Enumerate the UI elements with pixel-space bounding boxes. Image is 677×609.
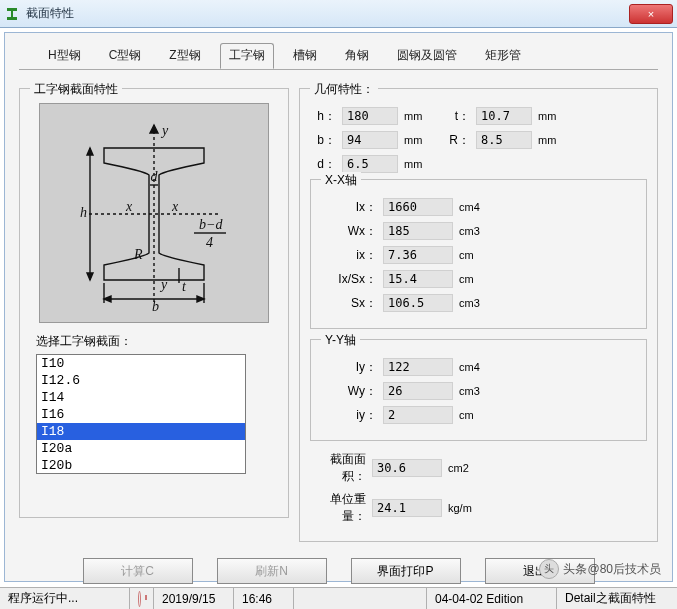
tab-channel[interactable]: 槽钢 <box>284 43 326 69</box>
watermark: 头 头条@80后技术员 <box>539 559 661 579</box>
print-button[interactable]: 界面打印P <box>351 558 461 584</box>
app-icon <box>4 6 20 22</box>
tab-i[interactable]: 工字钢 <box>220 43 274 69</box>
svg-rect-2 <box>7 17 17 20</box>
svg-text:b: b <box>152 299 159 313</box>
unit-weight: kg/m <box>448 502 482 514</box>
select-label: 选择工字钢截面： <box>36 333 278 350</box>
unit-area: cm2 <box>448 462 482 474</box>
list-item[interactable]: I14 <box>37 389 245 406</box>
main-frame: H型钢 C型钢 Z型钢 工字钢 槽钢 角钢 圆钢及圆管 矩形管 工字钢截面特性 <box>4 32 673 582</box>
titlebar: 截面特性 × <box>0 0 677 28</box>
close-icon: × <box>648 8 654 20</box>
value-d: 6.5 <box>342 155 398 173</box>
tab-z[interactable]: Z型钢 <box>160 43 209 69</box>
value-t: 10.7 <box>476 107 532 125</box>
value-ix: 7.36 <box>383 246 453 264</box>
clock-icon <box>138 591 141 607</box>
statusbar: 程序运行中... 2019/9/15 16:46 04-04-02 Editio… <box>0 587 677 609</box>
value-Iy: 122 <box>383 358 453 376</box>
label-area: 截面面积： <box>310 451 366 485</box>
unit-Wx: cm3 <box>459 225 493 237</box>
list-item[interactable]: I20a <box>37 440 245 457</box>
window-title: 截面特性 <box>26 5 74 22</box>
list-item[interactable]: I12.6 <box>37 372 245 389</box>
calc-button[interactable]: 计算C <box>83 558 193 584</box>
svg-text:x: x <box>171 199 179 214</box>
tab-c[interactable]: C型钢 <box>100 43 151 69</box>
svg-text:h: h <box>80 205 87 220</box>
avatar-icon: 头 <box>539 559 559 579</box>
yaxis-title: Y-Y轴 <box>321 332 360 349</box>
value-Sx: 106.5 <box>383 294 453 312</box>
label-d: d： <box>310 156 336 173</box>
unit-b: mm <box>404 134 438 146</box>
label-Wx: Wx： <box>321 223 377 240</box>
status-clock-icon <box>130 588 154 609</box>
unit-Ix: cm4 <box>459 201 493 213</box>
status-date: 2019/9/15 <box>154 588 234 609</box>
close-button[interactable]: × <box>629 4 673 24</box>
svg-text:R: R <box>133 247 143 262</box>
unit-d: mm <box>404 158 438 170</box>
list-item[interactable]: I20b <box>37 457 245 474</box>
label-Iy: Iy： <box>321 359 377 376</box>
unit-t: mm <box>538 110 572 122</box>
label-Ix: Ix： <box>321 199 377 216</box>
geometry-group: 几何特性： h： 180 mm t： 10.7 mm b： 94 mm R： 8… <box>299 88 658 542</box>
unit-Iy: cm4 <box>459 361 493 373</box>
list-item[interactable]: I10 <box>37 355 245 372</box>
list-item[interactable]: I16 <box>37 406 245 423</box>
unit-ix: cm <box>459 249 493 261</box>
list-item[interactable]: I18 <box>37 423 245 440</box>
value-Ix: 1660 <box>383 198 453 216</box>
unit-R: mm <box>538 134 572 146</box>
label-iy: iy： <box>321 407 377 424</box>
tab-angle[interactable]: 角钢 <box>336 43 378 69</box>
label-ix: ix： <box>321 247 377 264</box>
value-Wx: 185 <box>383 222 453 240</box>
tab-rect[interactable]: 矩形管 <box>476 43 530 69</box>
xaxis-title: X-X轴 <box>321 172 361 189</box>
svg-text:x: x <box>125 199 133 214</box>
tab-strip: H型钢 C型钢 Z型钢 工字钢 槽钢 角钢 圆钢及圆管 矩形管 <box>5 33 672 69</box>
watermark-text: 头条@80后技术员 <box>563 561 661 578</box>
svg-text:d: d <box>151 169 159 184</box>
svg-text:t: t <box>182 279 187 294</box>
status-edition: 04-04-02 Edition <box>427 588 557 609</box>
section-group: 工字钢截面特性 <box>19 88 289 518</box>
yaxis-group: Y-Y轴 Iy：122cm4 Wy：26cm3 iy：2cm <box>310 339 647 441</box>
value-R: 8.5 <box>476 131 532 149</box>
geometry-title: 几何特性： <box>310 81 378 98</box>
section-diagram: y h x x d b−d 4 R y t b <box>39 103 269 323</box>
svg-text:y: y <box>160 123 169 138</box>
unit-Wy: cm3 <box>459 385 493 397</box>
status-running: 程序运行中... <box>0 588 130 609</box>
tab-h[interactable]: H型钢 <box>39 43 90 69</box>
value-b: 94 <box>342 131 398 149</box>
unit-h: mm <box>404 110 438 122</box>
label-Sx: Sx： <box>321 295 377 312</box>
section-listbox[interactable]: I10 I12.6 I14 I16 I18 I20a I20b <box>36 354 246 474</box>
label-b: b： <box>310 132 336 149</box>
tab-round[interactable]: 圆钢及圆管 <box>388 43 466 69</box>
label-h: h： <box>310 108 336 125</box>
value-area: 30.6 <box>372 459 442 477</box>
value-weight: 24.1 <box>372 499 442 517</box>
unit-Sx: cm3 <box>459 297 493 309</box>
value-IxSx: 15.4 <box>383 270 453 288</box>
unit-iy: cm <box>459 409 493 421</box>
value-Wy: 26 <box>383 382 453 400</box>
label-t: t： <box>444 108 470 125</box>
status-time: 16:46 <box>234 588 294 609</box>
refresh-button[interactable]: 刷新N <box>217 558 327 584</box>
label-R: R： <box>444 132 470 149</box>
value-iy: 2 <box>383 406 453 424</box>
xaxis-group: X-X轴 Ix：1660cm4 Wx：185cm3 ix：7.36cm Ix/S… <box>310 179 647 329</box>
svg-text:b−d: b−d <box>199 217 223 232</box>
label-Wy: Wy： <box>321 383 377 400</box>
status-detail: Detail之截面特性 <box>557 588 677 609</box>
svg-text:y: y <box>159 277 168 292</box>
label-IxSx: Ix/Sx： <box>321 271 377 288</box>
label-weight: 单位重量： <box>310 491 366 525</box>
